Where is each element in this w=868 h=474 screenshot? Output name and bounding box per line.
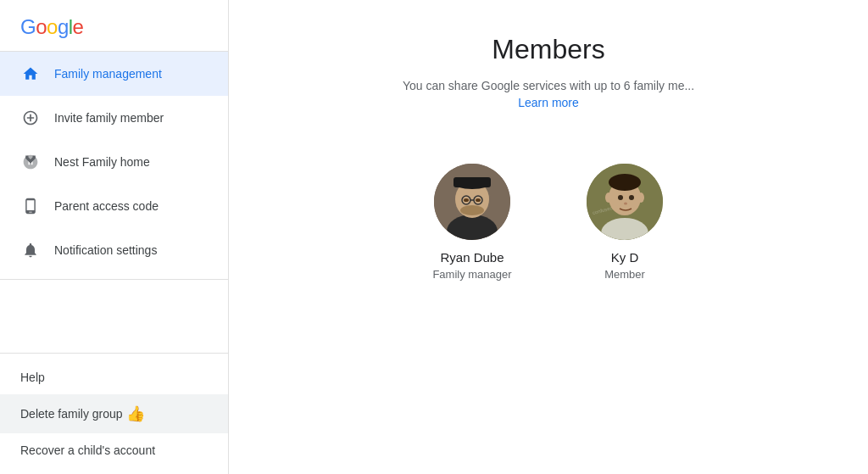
- member-role-ky-d: Member: [604, 268, 645, 281]
- svg-point-17: [629, 195, 634, 200]
- sidebar-nav: Family management Invite family member N…: [0, 52, 228, 353]
- svg-point-16: [618, 195, 623, 200]
- svg-point-19: [605, 192, 612, 203]
- sidebar-item-parent-access-code[interactable]: Parent access code: [0, 184, 228, 228]
- svg-point-18: [624, 203, 627, 205]
- add-circle-icon: [20, 108, 41, 128]
- sidebar-item-nest-family-home[interactable]: Nest Family home: [0, 140, 228, 184]
- delete-family-group-link[interactable]: Delete family group 👍: [0, 394, 228, 433]
- member-role-ryan-dube: Family manager: [432, 268, 511, 281]
- svg-point-5: [464, 198, 469, 202]
- member-card-ky-d: confused screaming: [574, 164, 676, 281]
- svg-point-6: [476, 198, 481, 202]
- members-subtitle: You can share Google services with up to…: [403, 79, 694, 92]
- member-name-ky-d: Ky D: [611, 250, 639, 265]
- svg-rect-4: [453, 177, 491, 187]
- nest-icon: [20, 152, 41, 172]
- google-logo: Google: [20, 15, 208, 39]
- main-content: Members You can share Google services wi…: [229, 0, 868, 474]
- home-icon: [20, 64, 41, 84]
- member-card-ryan-dube: Ryan Dube Family manager: [421, 164, 523, 281]
- sidebar-item-label: Notification settings: [54, 243, 157, 257]
- sidebar-item-invite-family-member[interactable]: Invite family member: [0, 96, 228, 140]
- sidebar-item-label: Parent access code: [54, 199, 159, 213]
- recover-childs-account-link[interactable]: Recover a child's account: [0, 433, 228, 467]
- sidebar-item-label: Invite family member: [54, 111, 164, 125]
- phone-android-icon: [20, 196, 41, 216]
- notifications-icon: [20, 240, 41, 260]
- cursor-icon: 👍: [126, 404, 145, 423]
- sidebar: Google Family management Invite family m…: [0, 0, 229, 474]
- logo-area: Google: [0, 0, 228, 52]
- members-title: Members: [492, 34, 604, 65]
- svg-point-15: [609, 174, 641, 191]
- member-name-ryan-dube: Ryan Dube: [440, 250, 504, 265]
- delete-family-group-label: Delete family group: [20, 407, 123, 421]
- learn-more-link[interactable]: Learn more: [518, 96, 579, 109]
- nav-divider: [0, 279, 228, 280]
- avatar-ryan-dube: [434, 164, 510, 240]
- sidebar-item-notification-settings[interactable]: Notification settings: [0, 228, 228, 272]
- recover-childs-account-label: Recover a child's account: [20, 443, 155, 457]
- svg-point-10: [460, 205, 484, 215]
- avatar-ky-d: confused screaming: [587, 164, 663, 240]
- svg-point-20: [637, 192, 644, 203]
- help-link[interactable]: Help: [0, 360, 228, 394]
- members-grid: Ryan Dube Family manager confused scream…: [421, 164, 676, 281]
- sidebar-item-label: Nest Family home: [54, 155, 150, 169]
- sidebar-item-label: Family management: [54, 67, 162, 81]
- help-label: Help: [20, 371, 45, 384]
- sidebar-item-family-management[interactable]: Family management: [0, 52, 228, 96]
- sidebar-bottom: Help Delete family group 👍 Recover a chi…: [0, 353, 228, 474]
